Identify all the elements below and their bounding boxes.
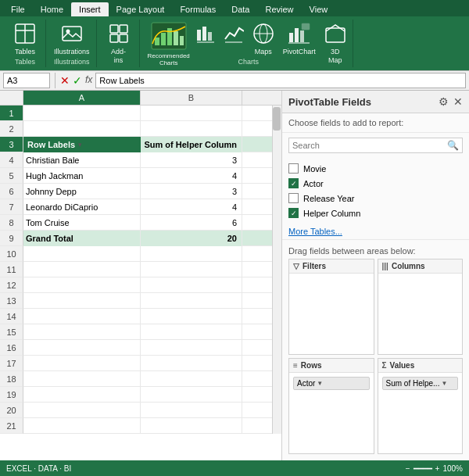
cell-a10[interactable] (23, 246, 141, 262)
row-header-10[interactable]: 10 (0, 246, 23, 262)
zoom-in-icon[interactable]: + (435, 464, 440, 473)
cell-a16[interactable] (23, 340, 141, 356)
bar-chart-button[interactable] (193, 21, 218, 46)
cell-a20[interactable] (23, 403, 141, 418)
illustrations-button[interactable]: Illustrations (54, 21, 90, 56)
3d-map-button[interactable]: 3DMap (321, 21, 349, 65)
cell-a3[interactable]: Row Labels ▼ (23, 137, 141, 152)
cell-b18[interactable] (141, 371, 242, 387)
row-header-21[interactable]: 21 (0, 418, 23, 434)
cell-b21[interactable] (141, 418, 242, 434)
pivot-search-box[interactable]: 🔍 (288, 138, 463, 153)
pivot-checkbox-helper-column[interactable]: ✓ (288, 208, 299, 218)
cell-reference[interactable]: A3 (3, 73, 50, 88)
cell-b7[interactable]: 4 (141, 199, 242, 215)
dropdown-icon[interactable]: ▼ (77, 141, 83, 149)
formula-input[interactable]: Row Labels (95, 73, 466, 88)
line-chart-button[interactable] (221, 21, 246, 46)
pivot-area-rows-content[interactable]: Actor ▼ (289, 373, 374, 453)
pivot-chip-actor[interactable]: Actor ▼ (293, 377, 370, 390)
pivot-checkbox-movie[interactable] (288, 163, 299, 174)
row-header-3[interactable]: 3 (0, 137, 23, 152)
cell-a12[interactable] (23, 277, 141, 293)
pivot-chip-actor-dropdown[interactable]: ▼ (317, 380, 323, 387)
cell-a1[interactable] (23, 106, 141, 121)
row-header-8[interactable]: 8 (0, 215, 23, 231)
col-header-a[interactable]: A (23, 91, 141, 105)
cell-a6[interactable]: Johnny Depp (23, 184, 141, 199)
cell-b6[interactable]: 3 (141, 184, 242, 199)
more-tables-link[interactable]: More Tables... (282, 224, 469, 239)
recommended-charts-button[interactable]: RecommendedCharts (148, 21, 190, 67)
cell-b3[interactable]: Sum of Helper Column (141, 137, 242, 152)
cell-b11[interactable] (141, 262, 242, 277)
cell-b10[interactable] (141, 246, 242, 262)
row-header-20[interactable]: 20 (0, 403, 23, 418)
tab-insert[interactable]: Insert (71, 2, 109, 16)
cell-a4[interactable]: Christian Bale (23, 152, 141, 168)
cell-b12[interactable] (141, 277, 242, 293)
cell-a7[interactable]: Leonardo DiCaprio (23, 199, 141, 215)
cell-a17[interactable] (23, 356, 141, 371)
row-header-14[interactable]: 14 (0, 309, 23, 324)
cell-a15[interactable] (23, 324, 141, 340)
cell-b13[interactable] (141, 293, 242, 309)
row-header-18[interactable]: 18 (0, 371, 23, 387)
pivot-search-input[interactable] (292, 141, 447, 150)
row-header-4[interactable]: 4 (0, 152, 23, 168)
col-header-b[interactable]: B (141, 91, 242, 105)
pivot-area-columns-content[interactable] (378, 274, 463, 354)
row-header-7[interactable]: 7 (0, 199, 23, 215)
tab-data[interactable]: Data (224, 2, 257, 16)
cell-a21[interactable] (23, 418, 141, 434)
confirm-formula-icon[interactable]: ✓ (73, 74, 82, 87)
row-header-15[interactable]: 15 (0, 324, 23, 340)
cell-a11[interactable] (23, 262, 141, 277)
pivotchart-button[interactable]: PivotChart (281, 21, 318, 56)
cell-b2[interactable] (141, 121, 242, 137)
cell-b1[interactable] (141, 106, 242, 121)
cell-b14[interactable] (141, 309, 242, 324)
pivot-area-filters-content[interactable] (289, 274, 374, 354)
row-header-9[interactable]: 9 (0, 231, 23, 246)
cell-b16[interactable] (141, 340, 242, 356)
row-header-17[interactable]: 17 (0, 356, 23, 371)
tab-page-layout[interactable]: Page Layout (109, 2, 173, 16)
pivot-checkbox-release-year[interactable] (288, 193, 299, 203)
row-header-16[interactable]: 16 (0, 340, 23, 356)
cell-b19[interactable] (141, 387, 242, 403)
cell-a19[interactable] (23, 387, 141, 403)
cell-a14[interactable] (23, 309, 141, 324)
cell-b8[interactable]: 6 (141, 215, 242, 231)
tab-review[interactable]: Review (257, 2, 301, 16)
row-header-5[interactable]: 5 (0, 168, 23, 184)
zoom-out-icon[interactable]: − (406, 464, 410, 473)
tables-button[interactable]: Tables (11, 21, 39, 56)
zoom-slider[interactable]: ━━━━ (414, 464, 432, 473)
pivot-chip-sum-helper-dropdown[interactable]: ▼ (441, 380, 447, 387)
scroll-thumb[interactable] (273, 107, 281, 131)
pivot-chip-sum-helper[interactable]: Sum of Helpe... ▼ (382, 377, 459, 390)
row-header-12[interactable]: 12 (0, 277, 23, 293)
pivot-area-values-content[interactable]: Sum of Helpe... ▼ (378, 373, 463, 453)
pivot-close-icon[interactable]: ✕ (453, 95, 463, 108)
insert-function-icon[interactable]: fx (85, 74, 92, 87)
cell-b15[interactable] (141, 324, 242, 340)
pivot-settings-icon[interactable]: ⚙ (439, 95, 449, 108)
cell-b4[interactable]: 3 (141, 152, 242, 168)
cancel-formula-icon[interactable]: ✕ (60, 74, 70, 87)
addins-button[interactable]: Add-ins (105, 21, 133, 65)
pivot-checkbox-actor[interactable]: ✓ (288, 178, 299, 188)
tab-view[interactable]: View (302, 2, 336, 16)
row-header-2[interactable]: 2 (0, 121, 23, 137)
tab-home[interactable]: Home (33, 2, 71, 16)
row-header-1[interactable]: 1 (0, 106, 23, 121)
tab-file[interactable]: File (3, 2, 33, 16)
cell-b17[interactable] (141, 356, 242, 371)
cell-b5[interactable]: 4 (141, 168, 242, 184)
vertical-scrollbar[interactable] (272, 106, 281, 434)
row-header-6[interactable]: 6 (0, 184, 23, 199)
cell-a13[interactable] (23, 293, 141, 309)
cell-a2[interactable] (23, 121, 141, 137)
cell-a5[interactable]: Hugh Jackman (23, 168, 141, 184)
